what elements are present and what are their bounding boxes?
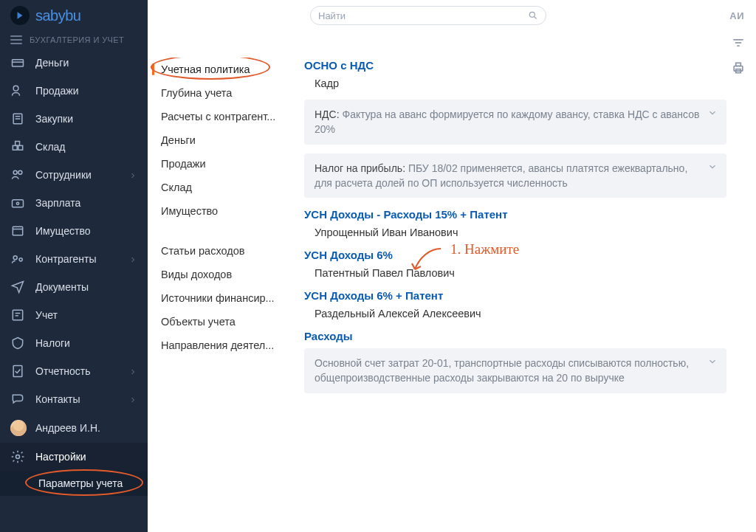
side-tools — [731, 35, 746, 75]
nav-reporting[interactable]: Отчетность — [0, 357, 148, 385]
content: ОСНО с НДС Кадр НДС: Фактура на аванс фо… — [295, 31, 756, 532]
svg-point-10 — [18, 170, 22, 174]
tab-funding-sources[interactable]: Источники финансир... — [148, 286, 295, 310]
search-box[interactable] — [310, 6, 546, 25]
tab-label: Направления деятел... — [161, 339, 274, 351]
tab-income-types[interactable]: Виды доходов — [148, 263, 295, 286]
tab-warehouse[interactable]: Склад — [148, 176, 295, 199]
block-sub: Патентный Павел Павлович — [315, 267, 726, 279]
nav: Деньги Продажи Закупки Склад Сотрудники — [0, 49, 148, 532]
contacts-icon — [10, 392, 25, 407]
svg-point-12 — [16, 202, 18, 204]
hamburger-icon[interactable] — [10, 35, 22, 44]
annotation-text: 1. Нажмите — [450, 241, 519, 258]
counterparties-icon — [10, 252, 25, 266]
logo-text: sabybu — [35, 7, 81, 24]
chevron-right-icon — [128, 255, 137, 263]
block-title: Расходы — [304, 330, 726, 342]
svg-rect-13 — [13, 227, 22, 235]
nav-taxes[interactable]: Налоги — [0, 329, 148, 357]
nav-accounting[interactable]: Учет — [0, 301, 148, 329]
panel-text: Основной счет затрат 20-01, транспортные… — [315, 357, 689, 384]
print-icon[interactable] — [731, 61, 746, 75]
logo-icon — [10, 6, 30, 25]
chevron-right-icon — [128, 170, 137, 179]
nav-user[interactable]: Андреев И.Н. — [0, 413, 148, 443]
nav-money[interactable]: Деньги — [0, 49, 148, 77]
chevron-right-icon — [128, 367, 137, 376]
tabs-group-1: Учетная политика Глубина учета Расчеты с… — [148, 58, 295, 223]
section-title: БУХГАЛТЕРИЯ И УЧЕТ — [30, 35, 124, 44]
tab-depth[interactable]: Глубина учета — [148, 81, 295, 105]
salary-icon — [10, 196, 25, 210]
nav-label: Контакты — [35, 393, 80, 405]
nav-warehouse[interactable]: Склад — [0, 133, 148, 161]
ai-badge[interactable]: АИ — [729, 10, 744, 21]
panel-expenses[interactable]: Основной счет затрат 20-01, транспортные… — [304, 348, 726, 393]
svg-point-16 — [19, 258, 22, 261]
accounting-icon — [10, 308, 25, 322]
purchases-icon — [10, 111, 25, 126]
block-usn6-patent[interactable]: УСН Доходы 6% + Патент Раздельный Алексе… — [304, 289, 726, 319]
tabs-group-2: Статьи расходов Виды доходов Источники ф… — [148, 239, 295, 357]
nav-sub-accounting-params[interactable]: Параметры учета — [0, 471, 148, 496]
chevron-down-icon[interactable] — [707, 161, 718, 171]
block-expenses[interactable]: Расходы — [304, 330, 726, 342]
search-input[interactable] — [318, 10, 528, 21]
nav-label: Склад — [35, 141, 66, 153]
panel-vat[interactable]: НДС: Фактура на аванс формируется по каж… — [304, 100, 726, 145]
nav-label: Учет — [35, 309, 58, 321]
panel-profit-tax[interactable]: Налог на прибыль: ПБУ 18/02 применяется,… — [304, 153, 726, 198]
nav-contacts[interactable]: Контакты — [0, 385, 148, 413]
svg-rect-6 — [13, 145, 17, 150]
tab-expense-items[interactable]: Статьи расходов — [148, 239, 295, 263]
tab-label: Продажи — [161, 158, 206, 170]
block-osno[interactable]: ОСНО с НДС Кадр — [304, 59, 726, 89]
panel-label: Налог на прибыль: — [315, 162, 405, 174]
svg-rect-11 — [13, 200, 24, 207]
nav-label: Сотрудники — [35, 169, 92, 181]
nav-documents[interactable]: Документы — [0, 273, 148, 301]
money-icon — [10, 55, 25, 70]
chevron-down-icon[interactable] — [707, 356, 718, 366]
topbar: АИ — [295, 0, 756, 31]
block-sub: Кадр — [315, 77, 726, 89]
svg-rect-17 — [13, 310, 22, 319]
nav-employees[interactable]: Сотрудники — [0, 161, 148, 189]
svg-rect-20 — [13, 366, 22, 377]
tab-label: Расчеты с контрагент... — [161, 111, 275, 122]
tab-property[interactable]: Имущество — [148, 199, 295, 223]
nav-property[interactable]: Имущество — [0, 217, 148, 245]
nav-counterparties[interactable]: Контрагенты — [0, 245, 148, 273]
panel-label: НДС: — [315, 108, 340, 120]
sales-icon — [10, 83, 25, 98]
warehouse-icon — [10, 139, 25, 154]
block-usn15[interactable]: УСН Доходы - Расходы 15% + Патент Упроще… — [304, 208, 726, 238]
tab-label: Виды доходов — [161, 269, 232, 280]
nav-label: Налоги — [35, 337, 70, 349]
section-header[interactable]: БУХГАЛТЕРИЯ И УЧЕТ — [0, 31, 148, 49]
tab-counterparty-settlements[interactable]: Расчеты с контрагент... — [148, 105, 295, 128]
property-icon — [10, 224, 25, 238]
nav-label: Закупки — [35, 113, 73, 125]
nav-label: Контрагенты — [35, 253, 96, 265]
svg-rect-8 — [16, 142, 20, 146]
nav-settings[interactable]: Настройки — [0, 443, 148, 471]
block-sub: Упрощенный Иван Иванович — [315, 227, 726, 238]
chevron-right-icon — [128, 395, 137, 404]
tab-accounting-objects[interactable]: Объекты учета — [148, 310, 295, 334]
tab-activity-directions[interactable]: Направления деятел... — [148, 334, 295, 357]
nav-label: Зарплата — [35, 197, 80, 209]
filter-icon[interactable] — [731, 35, 746, 50]
tab-sales[interactable]: Продажи — [148, 152, 295, 176]
svg-rect-0 — [13, 60, 24, 66]
nav-purchases[interactable]: Закупки — [0, 105, 148, 133]
block-usn6[interactable]: УСН Доходы 6% Патентный Павел Павлович 1… — [304, 249, 726, 279]
nav-sales[interactable]: Продажи — [0, 77, 148, 105]
tab-accounting-policy[interactable]: Учетная политика — [148, 58, 295, 81]
chevron-down-icon[interactable] — [707, 107, 718, 117]
tab-label: Имущество — [161, 205, 218, 217]
nav-salary[interactable]: Зарплата — [0, 189, 148, 217]
tab-money[interactable]: Деньги — [148, 128, 295, 152]
block-title: УСН Доходы 6% + Патент — [304, 289, 726, 302]
